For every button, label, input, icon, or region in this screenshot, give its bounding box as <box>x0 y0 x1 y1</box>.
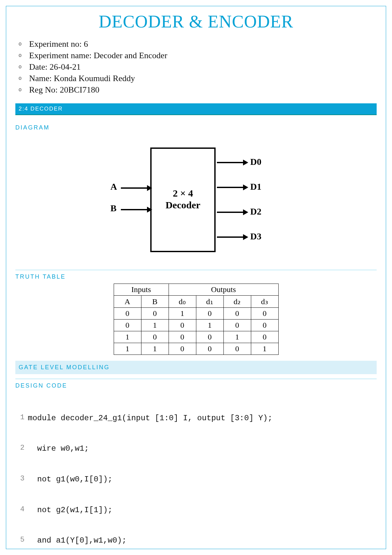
tt-cell: 0 <box>141 331 169 343</box>
code-line: 4 not g2(w1,I[1]); <box>15 505 377 515</box>
tt-header: B <box>141 296 169 308</box>
tt-row: 0 0 1 0 0 0 <box>114 308 278 320</box>
meta-item: Name: Konda Koumudi Reddy <box>17 73 377 84</box>
wire-input-b <box>121 209 150 210</box>
tt-cell: 0 <box>141 308 169 320</box>
arrow-output-d1 <box>243 184 248 190</box>
tt-cell: 1 <box>114 343 141 355</box>
line-number: 5 <box>15 535 24 546</box>
code-text: module decoder_24_g1(input [1:0] I, outp… <box>28 413 272 423</box>
label-input-b: B <box>110 203 117 214</box>
tt-cell: 0 <box>251 320 278 331</box>
tt-group-inputs: Inputs <box>114 284 169 296</box>
tt-header: d₀ <box>169 296 196 308</box>
tt-header: d₃ <box>251 296 278 308</box>
wire-output-d2 <box>217 212 245 213</box>
section-design-code-header: DESIGN CODE <box>15 379 377 389</box>
decoder-box: 2 × 4 Decoder <box>150 147 216 252</box>
tt-group-outputs: Outputs <box>169 284 278 296</box>
meta-item: Experiment no: 6 <box>17 38 377 50</box>
block-diagram: 2 × 4 Decoder A B D0 D1 D2 <box>111 147 281 252</box>
tt-cell: 1 <box>114 331 141 343</box>
code-line: 2 wire w0,w1; <box>15 443 377 454</box>
tt-cell: 0 <box>196 343 223 355</box>
page-frame: DECODER & ENCODER Experiment no: 6 Exper… <box>6 6 386 549</box>
truth-table-wrap: Inputs Outputs A B d₀ d₁ d₂ d₃ 0 0 1 0 0… <box>15 284 377 355</box>
label-output-d0: D0 <box>250 157 261 167</box>
tt-cell: 0 <box>251 331 278 343</box>
tt-cell: 1 <box>141 343 169 355</box>
code-text: wire w0,w1; <box>28 443 89 454</box>
tt-cell: 0 <box>251 308 278 320</box>
tt-cell: 1 <box>196 320 223 331</box>
tt-cell: 0 <box>169 331 196 343</box>
meta-item: Date: 26-04-21 <box>17 61 377 73</box>
code-text: not g2(w1,I[1]); <box>28 505 112 515</box>
tt-cell: 0 <box>223 320 251 331</box>
code-line: 5 and a1(Y[0],w1,w0); <box>15 535 377 546</box>
page-title: DECODER & ENCODER <box>15 11 377 32</box>
tt-cell: 0 <box>223 343 251 355</box>
label-output-d2: D2 <box>250 206 261 217</box>
line-number: 4 <box>15 505 24 515</box>
tt-cell: 1 <box>251 343 278 355</box>
tt-cell: 0 <box>114 320 141 331</box>
box-label-line1: 2 × 4 <box>152 187 214 199</box>
tt-row: 1 1 0 0 0 1 <box>114 343 278 355</box>
tt-cell: 0 <box>196 331 223 343</box>
code-text: not g1(w0,I[0]); <box>28 474 112 484</box>
tt-header: d₂ <box>223 296 251 308</box>
tt-header: A <box>114 296 141 308</box>
tt-header-row: A B d₀ d₁ d₂ d₃ <box>114 296 278 308</box>
code-text: and a1(Y[0],w1,w0); <box>28 535 126 546</box>
arrow-output-d0 <box>243 160 248 165</box>
label-output-d1: D1 <box>250 182 261 192</box>
tt-row: 0 1 0 1 0 0 <box>114 320 278 331</box>
section-diagram-header: DIAGRAM <box>15 121 377 131</box>
code-line: 3 not g1(w0,I[0]); <box>15 474 377 484</box>
wire-output-d0 <box>217 162 245 163</box>
tt-cell: 1 <box>141 320 169 331</box>
wire-output-d3 <box>217 236 245 238</box>
arrow-output-d3 <box>243 234 248 240</box>
meta-list: Experiment no: 6 Experiment name: Decode… <box>17 38 377 95</box>
meta-item: Reg No: 20BCI7180 <box>17 84 377 95</box>
code-block: 1module decoder_24_g1(input [1:0] I, out… <box>15 392 377 555</box>
arrow-input-a <box>147 185 152 191</box>
line-number: 2 <box>15 443 24 454</box>
tt-cell: 1 <box>169 308 196 320</box>
box-label-line2: Decoder <box>152 199 214 211</box>
meta-item: Experiment name: Decoder and Encoder <box>17 50 377 61</box>
label-input-a: A <box>110 182 117 192</box>
diagram-container: 2 × 4 Decoder A B D0 D1 D2 <box>15 134 377 265</box>
tt-row: 1 0 0 0 1 0 <box>114 331 278 343</box>
label-output-d3: D3 <box>250 231 261 242</box>
wire-input-a <box>121 187 150 189</box>
tt-cell: 1 <box>223 331 251 343</box>
section-truth-table-header: TRUTH TABLE <box>15 270 377 280</box>
section-gate-level-header: GATE LEVEL MODELLING <box>15 361 377 374</box>
tt-header: d₁ <box>196 296 223 308</box>
tt-cell: 0 <box>196 308 223 320</box>
code-line: 1module decoder_24_g1(input [1:0] I, out… <box>15 413 377 423</box>
tt-cell: 0 <box>169 320 196 331</box>
line-number: 1 <box>15 413 24 423</box>
arrow-output-d2 <box>243 209 248 215</box>
tt-cell: 0 <box>169 343 196 355</box>
truth-table: Inputs Outputs A B d₀ d₁ d₂ d₃ 0 0 1 0 0… <box>114 284 279 355</box>
wire-output-d1 <box>217 187 245 188</box>
tt-cell: 0 <box>223 308 251 320</box>
line-number: 3 <box>15 474 24 484</box>
section-decoder-header: 2:4 DECODER <box>15 103 377 115</box>
arrow-input-b <box>147 207 152 213</box>
tt-cell: 0 <box>114 308 141 320</box>
